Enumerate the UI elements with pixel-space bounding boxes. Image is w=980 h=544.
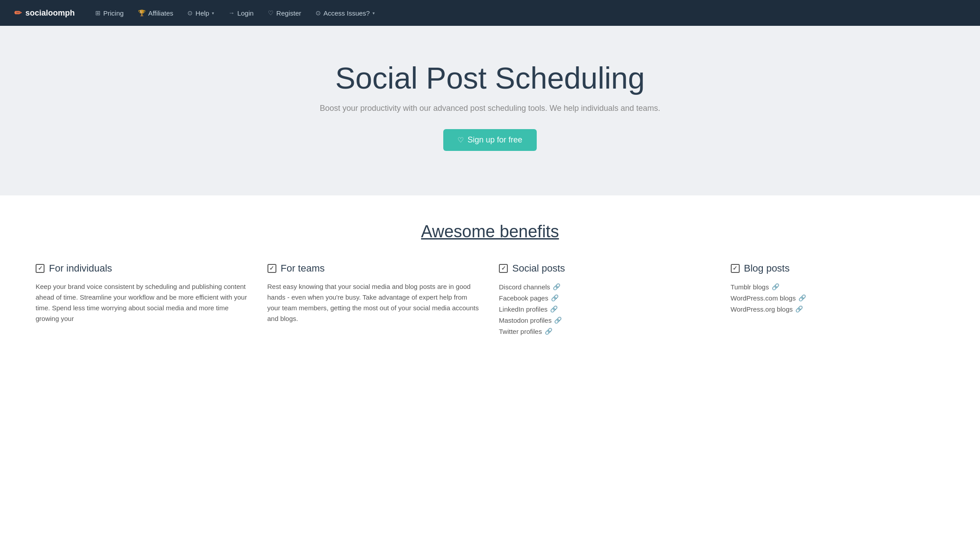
list-item: LinkedIn profiles 🔗 bbox=[499, 304, 713, 315]
benefit-teams-body: Rest easy knowing that your social media… bbox=[267, 281, 482, 324]
link-icon: 🔗 bbox=[795, 305, 803, 313]
benefit-teams-heading: For teams bbox=[267, 263, 482, 274]
nav-item-pricing[interactable]: ⊞ Pricing bbox=[89, 6, 130, 20]
affiliates-icon: 🏆 bbox=[138, 9, 146, 16]
brand-name: socialoomph bbox=[25, 8, 75, 18]
help-icon: ⊙ bbox=[187, 9, 193, 16]
help-chevron-icon: ▾ bbox=[212, 11, 214, 16]
nav-item-register[interactable]: ♡ Register bbox=[262, 6, 308, 20]
signup-button[interactable]: ♡ Sign up for free bbox=[443, 129, 536, 151]
link-icon: 🔗 bbox=[545, 328, 552, 335]
hero-section: Social Post Scheduling Boost your produc… bbox=[0, 26, 980, 195]
social-posts-list: Discord channels 🔗 Facebook pages 🔗 Link… bbox=[499, 281, 713, 337]
list-item: WordPress.com blogs 🔗 bbox=[731, 292, 945, 304]
nav-pricing-label: Pricing bbox=[103, 9, 124, 17]
blog-posts-checkbox-icon bbox=[731, 264, 740, 273]
brand-logo[interactable]: ✏ socialoomph bbox=[14, 8, 75, 18]
nav-item-login[interactable]: → Login bbox=[222, 6, 260, 20]
nav-register-label: Register bbox=[276, 9, 301, 17]
teams-checkbox-icon bbox=[267, 264, 276, 273]
navbar: ✏ socialoomph ⊞ Pricing 🏆 Affiliates ⊙ H… bbox=[0, 0, 980, 26]
list-item: Facebook pages 🔗 bbox=[499, 292, 713, 304]
benefit-individuals-body: Keep your brand voice consistent by sche… bbox=[36, 281, 250, 324]
list-item: WordPress.org blogs 🔗 bbox=[731, 304, 945, 315]
individuals-checkbox-icon bbox=[36, 264, 45, 273]
hero-title: Social Post Scheduling bbox=[9, 61, 971, 95]
nav-item-affiliates[interactable]: 🏆 Affiliates bbox=[132, 6, 179, 20]
benefit-individuals-heading: For individuals bbox=[36, 263, 250, 274]
access-issues-chevron-icon: ▾ bbox=[373, 11, 375, 16]
nav-access-issues-label: Access Issues? bbox=[324, 9, 370, 17]
register-icon: ♡ bbox=[268, 9, 274, 16]
nav-login-label: Login bbox=[237, 9, 254, 17]
pricing-icon: ⊞ bbox=[95, 9, 101, 16]
link-icon: 🔗 bbox=[553, 283, 560, 290]
heart-icon: ♡ bbox=[458, 136, 464, 144]
benefits-title: Awesome benefits bbox=[36, 222, 944, 241]
list-item: Tumblr blogs 🔗 bbox=[731, 281, 945, 292]
link-icon: 🔗 bbox=[550, 305, 558, 313]
link-icon: 🔗 bbox=[798, 294, 806, 301]
nav-links: ⊞ Pricing 🏆 Affiliates ⊙ Help ▾ → Login … bbox=[89, 6, 966, 20]
brand-icon: ✏ bbox=[14, 8, 22, 18]
blog-posts-list: Tumblr blogs 🔗 WordPress.com blogs 🔗 Wor… bbox=[731, 281, 945, 315]
benefit-blog-posts: Blog posts Tumblr blogs 🔗 WordPress.com … bbox=[731, 263, 945, 337]
benefit-social-posts: Social posts Discord channels 🔗 Facebook… bbox=[499, 263, 713, 337]
list-item: Discord channels 🔗 bbox=[499, 281, 713, 292]
access-issues-icon: ⊙ bbox=[316, 9, 321, 16]
link-icon: 🔗 bbox=[551, 294, 559, 301]
signup-label: Sign up for free bbox=[467, 135, 522, 145]
hero-subtitle: Boost your productivity with our advance… bbox=[9, 104, 971, 113]
benefit-teams: For teams Rest easy knowing that your so… bbox=[267, 263, 482, 337]
nav-affiliates-label: Affiliates bbox=[148, 9, 173, 17]
benefits-grid: For individuals Keep your brand voice co… bbox=[36, 263, 944, 337]
list-item: Twitter profiles 🔗 bbox=[499, 326, 713, 337]
list-item: Mastodon profiles 🔗 bbox=[499, 315, 713, 326]
social-posts-checkbox-icon bbox=[499, 264, 508, 273]
login-icon: → bbox=[228, 9, 235, 16]
link-icon: 🔗 bbox=[554, 317, 562, 324]
benefit-social-posts-heading: Social posts bbox=[499, 263, 713, 274]
nav-item-help[interactable]: ⊙ Help ▾ bbox=[181, 6, 220, 20]
nav-item-access-issues[interactable]: ⊙ Access Issues? ▾ bbox=[309, 6, 381, 20]
nav-help-label: Help bbox=[195, 9, 209, 17]
link-icon: 🔗 bbox=[772, 283, 779, 290]
benefit-blog-posts-heading: Blog posts bbox=[731, 263, 945, 274]
benefit-individuals: For individuals Keep your brand voice co… bbox=[36, 263, 250, 337]
benefits-section: Awesome benefits For individuals Keep yo… bbox=[0, 195, 980, 364]
